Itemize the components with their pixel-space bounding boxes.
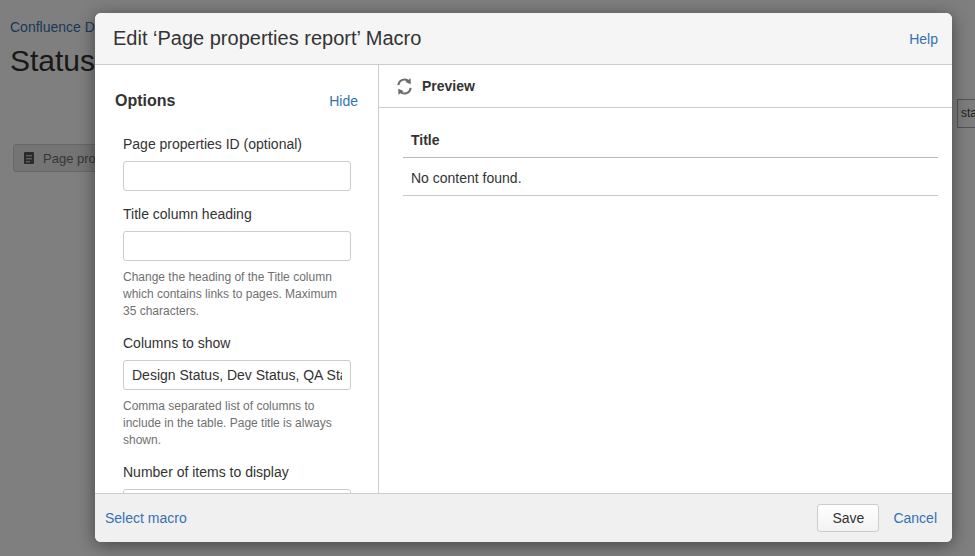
columns-to-show-input[interactable] [123, 360, 351, 390]
columns-to-show-help: Comma separated list of columns to inclu… [123, 398, 338, 449]
dialog-body: Options Hide Page properties ID (optiona… [95, 65, 952, 493]
field-number-of-items: Number of items to display [123, 464, 351, 493]
preview-content: Title No content found. [379, 108, 952, 196]
hide-link[interactable]: Hide [329, 93, 358, 109]
dialog-header: Edit ‘Page properties report’ Macro Help [95, 13, 952, 65]
number-of-items-label: Number of items to display [123, 464, 351, 480]
page-properties-id-label: Page properties ID (optional) [123, 136, 351, 152]
preview-table: Title No content found. [403, 132, 938, 196]
preview-table-empty-row: No content found. [403, 158, 938, 196]
preview-heading: Preview [422, 78, 475, 94]
preview-table-header-row: Title [403, 132, 938, 158]
title-column-heading-help: Change the heading of the Title column w… [123, 269, 338, 320]
preview-header: Preview [379, 65, 952, 108]
columns-to-show-label: Columns to show [123, 335, 351, 351]
field-page-properties-id: Page properties ID (optional) [123, 136, 351, 191]
options-panel[interactable]: Options Hide Page properties ID (optiona… [95, 65, 379, 493]
preview-panel: Preview Title No content found. [379, 65, 952, 493]
preview-table-title-header: Title [403, 132, 938, 158]
options-header: Options Hide [95, 65, 378, 110]
options-heading: Options [115, 92, 175, 110]
select-macro-link[interactable]: Select macro [105, 510, 187, 526]
field-columns-to-show: Columns to show Comma separated list of … [123, 335, 351, 449]
page-properties-id-input[interactable] [123, 161, 351, 191]
dialog-title: Edit ‘Page properties report’ Macro [113, 27, 909, 50]
title-column-heading-label: Title column heading [123, 206, 351, 222]
cancel-link[interactable]: Cancel [893, 510, 937, 526]
title-column-heading-input[interactable] [123, 231, 351, 261]
save-button[interactable]: Save [817, 504, 879, 532]
preview-empty-message: No content found. [403, 158, 938, 196]
help-link[interactable]: Help [909, 31, 938, 47]
refresh-icon[interactable] [395, 77, 414, 96]
dialog-footer: Select macro Save Cancel [95, 493, 952, 542]
macro-editor-dialog: Edit ‘Page properties report’ Macro Help… [95, 13, 952, 542]
field-title-column-heading: Title column heading Change the heading … [123, 206, 351, 320]
